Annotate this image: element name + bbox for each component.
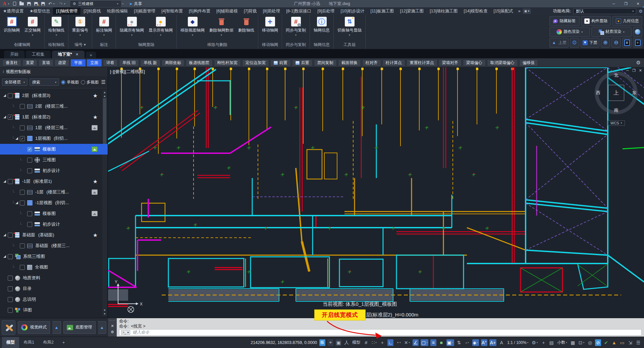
visibility-checkbox[interactable] [20, 190, 25, 195]
clip-page-icon[interactable]: ▭ [619, 339, 625, 346]
polar-tracking-icon[interactable]: ◔▾ [395, 339, 401, 346]
ribbon-tab-12[interactable]: [8-1]数据接口 [283, 7, 314, 15]
app-logo[interactable]: A [3, 1, 6, 7]
new-document-tab-button[interactable]: + [86, 52, 96, 58]
toolbar-button-3[interactable]: 直墙 [39, 59, 53, 66]
visibility-checkbox[interactable] [20, 200, 25, 206]
ortho-mode-icon[interactable]: ∟ [387, 339, 393, 346]
annotation-scale-icon[interactable]: A [498, 339, 504, 346]
compass-north[interactable]: 北 [614, 72, 619, 78]
ribbon-button-bulb-off-4-0[interactable]: ●隐藏所有轴网▾ [118, 16, 146, 37]
model-paper-toggle[interactable]: 模型 [352, 339, 361, 346]
ribbon-tab-1[interactable]: ★通用设置 [0, 7, 26, 15]
layout-tab-2[interactable]: 布局1 [19, 337, 39, 348]
viewport-header[interactable]: [-][俯视][二维线框] [110, 69, 145, 75]
qat-overflow-icon[interactable]: ≂ [122, 2, 124, 5]
tree-row-10[interactable]: └-1层(楼层三维... [0, 187, 108, 197]
right-ribbon-row3-button-5[interactable]: ⊖ [611, 38, 621, 48]
drawing-viewport[interactable]: Y X [-][俯视][二维线框] ─ ❐ ✕ 北 东 南 西 上 WCS ▾ … [108, 67, 644, 318]
ribbon-button-dimension-3-0[interactable]: #标注轴网▾ [94, 16, 114, 37]
document-tab-2[interactable]: 工程集 [26, 51, 51, 58]
document-tab-3[interactable]: 地下室*✕ [52, 51, 85, 58]
right-ribbon-row1-button-1[interactable]: 隐藏标签 [549, 16, 580, 26]
selection-cycling-icon[interactable]: ▣▾ [446, 339, 454, 346]
visibility-checkbox[interactable] [20, 265, 25, 270]
save-as-icon[interactable] [34, 2, 38, 6]
isolate-objects-icon[interactable]: ◎ [587, 339, 593, 346]
expand-arrow-icon[interactable] [15, 201, 18, 204]
ribbon-button-info-8-0[interactable]: ⓘ轴网信息 [312, 16, 332, 33]
ribbon-tab-3[interactable]: [1]轴线管理 [53, 7, 80, 15]
isometric-drafting-icon[interactable]: ✕▾ [404, 339, 411, 346]
osnap-icon[interactable]: ▢▾ [421, 339, 428, 346]
ribbon-button-sync-7-0[interactable]: #同步与复制▾ [284, 16, 308, 37]
toolbar-button-5[interactable]: 平面 [71, 59, 86, 66]
frame-select-icon[interactable]: ▣ [335, 339, 341, 346]
ribbon-tab-16[interactable]: [12]梁施工图 [397, 7, 427, 15]
viewport-restore-icon[interactable]: ❐ [632, 68, 636, 73]
visibility-checkbox[interactable] [27, 158, 32, 163]
expand-arrow-icon[interactable] [3, 255, 6, 258]
toolbar-button-4[interactable]: 虚梁 [55, 59, 69, 66]
open-folder-icon[interactable] [19, 2, 24, 5]
ribbon-button-pencil-1-0[interactable]: ✎绘制轴线▾ [46, 16, 66, 37]
tree-row-19[interactable]: 目录 [0, 283, 108, 294]
visibility-checkbox[interactable] [27, 222, 32, 227]
command-input[interactable]: >_ ▾ 键入命令 [119, 329, 642, 336]
wcs-dropdown[interactable]: WCS ▾ [607, 120, 625, 126]
thumbnail-icon[interactable] [92, 147, 98, 152]
new-file-icon[interactable] [13, 2, 16, 6]
visibility-checkbox[interactable] [8, 179, 13, 184]
slab-badge[interactable]: 板 [319, 339, 325, 346]
save-icon[interactable] [27, 2, 31, 6]
quick-properties-icon[interactable]: ▦ [570, 339, 576, 346]
dynamic-input-icon[interactable]: + [379, 339, 385, 346]
ribbon-tab-11[interactable]: [8]前处理 [260, 7, 283, 15]
ucs-man-icon[interactable]: 人 [343, 339, 350, 346]
favorite-star-icon[interactable]: ★ [93, 93, 98, 99]
layout-gear-icon[interactable]: ⚙ [639, 9, 643, 14]
view-compass[interactable]: 北 东 南 西 上 [595, 71, 638, 114]
tree-row-8[interactable]: └初步设计 [0, 165, 108, 176]
tree-row-20[interactable]: 总说明 [0, 294, 108, 305]
command-prompt-icon[interactable]: >_ ▾ [121, 330, 130, 335]
units-ruler-icon[interactable]: ▤ [548, 339, 554, 346]
ribbon-button-bulb-on-4-1[interactable]: ●显示所有轴网▾ [147, 16, 175, 37]
visual-style-button[interactable]: 视觉样式 [18, 321, 50, 334]
command-grip-icon[interactable]: ⋯⋯ [109, 319, 116, 322]
tree-row-9[interactable]: -1层(标准层1)★ [0, 176, 108, 187]
toolbar-button-7[interactable]: 详看 [103, 59, 118, 66]
annotation-autoscale-icon[interactable]: A+ [489, 339, 497, 346]
share-button[interactable]: ➤ 共享 [129, 1, 142, 7]
thumbnail-icon[interactable] [92, 189, 98, 195]
expand-arrow-icon[interactable] [3, 116, 6, 118]
tree-row-16[interactable]: 系统三维图 [0, 251, 108, 262]
right-ribbon-row2-button-2[interactable]: 材质渲染▾ [591, 27, 632, 37]
graphics-ok-icon[interactable]: ✔ [603, 339, 609, 346]
ribbon-tab-13[interactable]: [9]后处理 [314, 7, 337, 15]
visibility-checkbox[interactable] [27, 168, 32, 173]
document-tab-1[interactable]: 开始 [4, 51, 24, 58]
minimize-button[interactable]: ─ [608, 0, 620, 7]
ribbon-tab-5[interactable]: 轮廓线编辑 [104, 7, 131, 15]
visibility-checkbox[interactable] [8, 93, 13, 98]
compass-east[interactable]: 东 [632, 90, 636, 96]
transparency-icon[interactable]: ■ [438, 339, 444, 346]
toolbar-button-17[interactable]: 截面替换 [338, 59, 361, 66]
tree-row-13[interactable]: └初步设计 [0, 219, 108, 230]
base-map-button[interactable]: 底图管理 [63, 321, 96, 334]
favorite-star-icon[interactable]: ★ [93, 232, 98, 238]
single-view-radio[interactable]: 单视图 [61, 79, 79, 85]
right-ribbon-row1-button-3[interactable]: 几何信息 [612, 16, 642, 26]
ribbon-tab-14[interactable]: [10]初步设计 [338, 7, 368, 15]
ribbon-button-move-6-0[interactable]: +移动轴网 [260, 16, 280, 33]
toolbar-button-18[interactable]: 柱对齐 [362, 59, 381, 66]
panel-menu-icon[interactable]: ☰ [101, 79, 106, 85]
crosshair-size-icon[interactable]: + [540, 339, 546, 346]
viewport-scale[interactable]: 1:1 / 100%▾ [506, 339, 529, 346]
logo-caret-icon[interactable]: ▾ [8, 2, 9, 5]
toolbar-button-14[interactable]: 前置 [270, 59, 291, 66]
tree-row-2[interactable]: └2层(楼层三维... [0, 101, 108, 112]
ribbon-tab-10[interactable]: [7]荷载 [241, 7, 260, 15]
tools-button[interactable] [2, 320, 15, 335]
